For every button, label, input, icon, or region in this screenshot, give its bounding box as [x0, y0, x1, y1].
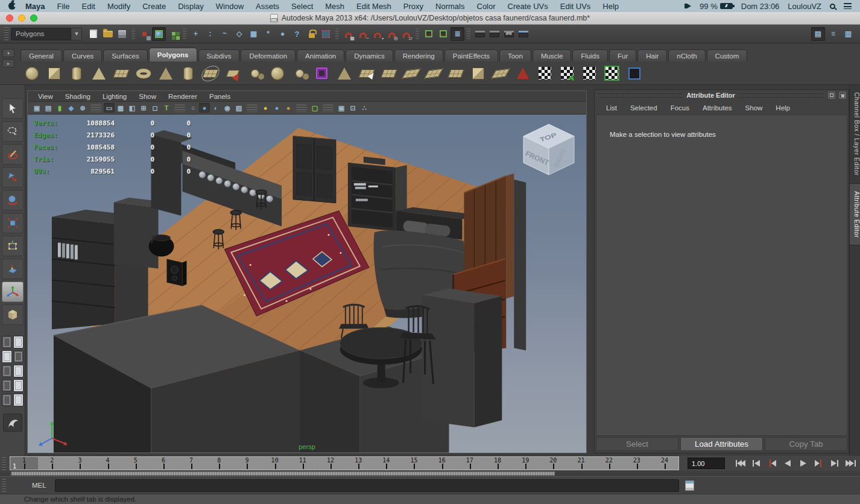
menubar-item[interactable]: Maya — [19, 2, 51, 11]
select-component-icon[interactable] — [166, 27, 180, 41]
shelf-tab[interactable]: Custom — [707, 49, 748, 61]
menubar-item[interactable]: Normals — [429, 2, 470, 11]
frame-cell[interactable]: 23 — [623, 457, 651, 470]
menubar-clock[interactable]: Dom 23:06 — [741, 2, 780, 11]
lock-selection-icon[interactable] — [305, 27, 318, 41]
wireframe-icon[interactable]: ○ — [188, 103, 198, 113]
uv-texture-icon[interactable] — [602, 63, 622, 83]
boolean-icon[interactable] — [289, 63, 309, 83]
frame-cell[interactable]: 22 — [595, 457, 623, 470]
menubar-item[interactable]: Mesh — [319, 2, 350, 11]
frame-cell[interactable]: 18 — [484, 457, 511, 470]
show-manipulator-tool-icon[interactable] — [2, 282, 24, 302]
snap-point-icon[interactable]: • — [370, 27, 384, 41]
menubar-item[interactable]: Edit Mesh — [350, 2, 397, 11]
polygon-cube-icon[interactable] — [44, 63, 64, 83]
select-tool-icon[interactable] — [2, 98, 24, 119]
shelf-tab[interactable]: Deformation — [241, 49, 296, 61]
universal-manipulator-tool-icon[interactable] — [2, 236, 24, 256]
interactive-split-icon[interactable] — [356, 63, 376, 83]
bevel-icon[interactable] — [468, 63, 488, 83]
layout-four-pane-icon[interactable] — [13, 336, 24, 348]
layout-persp-graph-icon[interactable] — [13, 394, 24, 406]
panel-drag-texture[interactable] — [739, 93, 824, 98]
frame-cell[interactable]: 19 — [511, 457, 539, 470]
zoom-region-icon[interactable]: ⊕ — [77, 103, 88, 113]
safe-action-icon[interactable]: ◻ — [150, 103, 160, 113]
shelf-tab[interactable]: PaintEffects — [444, 49, 498, 61]
go-to-end-button[interactable] — [843, 458, 858, 470]
snap-grid-icon[interactable]: ▦ — [341, 27, 355, 41]
notification-center-icon[interactable] — [844, 3, 852, 9]
viewport-menu[interactable]: Panels — [204, 93, 236, 100]
polygon-pipe-icon[interactable] — [178, 63, 198, 83]
menubar-item[interactable]: Create — [136, 2, 172, 11]
construction-history-icon[interactable]: ≣ — [451, 27, 464, 41]
menubar-item[interactable]: Display — [172, 2, 210, 11]
viewport-toolbar-icon[interactable] — [296, 104, 307, 112]
transfer-attributes-icon[interactable] — [535, 63, 555, 83]
layout-two-stacked-icon[interactable] — [13, 350, 24, 363]
shelf-menu-icon[interactable]: ▸ — [2, 59, 14, 68]
single-pane-icon[interactable]: ▣ — [336, 103, 347, 113]
go-to-start-button[interactable] — [733, 458, 748, 470]
frame-cell[interactable]: 5 — [122, 457, 150, 470]
status-icon[interactable] — [183, 28, 186, 39]
status-icon[interactable] — [335, 28, 339, 39]
shelf-tab[interactable]: General — [21, 49, 62, 61]
mel-input[interactable] — [55, 479, 679, 492]
shelf-tab-selector-icon[interactable]: ▾ — [2, 49, 14, 57]
crease-icon[interactable] — [490, 63, 510, 83]
xray-icon[interactable]: ▨ — [233, 103, 244, 113]
smooth-sphere-icon[interactable] — [267, 63, 287, 83]
menubar-item[interactable]: Edit — [75, 2, 101, 11]
drag-handle[interactable] — [2, 479, 6, 492]
frame-cell[interactable]: 1 — [10, 457, 38, 470]
merge-vertex-icon[interactable] — [446, 63, 466, 83]
input-connection-icon[interactable]: → — [422, 27, 435, 41]
menubar-item[interactable]: Modify — [101, 2, 136, 11]
image-plane-icon[interactable]: ◆ — [66, 103, 77, 113]
layout-persp-outliner-icon[interactable] — [13, 379, 24, 392]
mask-dynamics-icon[interactable]: * — [261, 27, 275, 41]
lighting-all-icon[interactable]: ● — [260, 103, 271, 113]
ipr-render-icon[interactable]: IPR — [502, 27, 516, 41]
scene-3d[interactable]: Verts: 1088854 0 0 Edges: 2173326 0 0 Fa… — [28, 115, 586, 453]
viewport-toolbar-icon[interactable] — [90, 104, 101, 112]
last-tool-used-icon[interactable] — [2, 304, 24, 325]
shelf-tab[interactable]: Hair — [637, 49, 667, 61]
frame-cell[interactable]: 2 — [38, 457, 66, 470]
menubar-item[interactable]: Proxy — [397, 2, 429, 11]
sculpt-geometry-icon[interactable] — [513, 63, 533, 83]
attribute-editor-menu[interactable]: Selected — [624, 104, 664, 112]
shelf-tab[interactable]: nCloth — [668, 49, 705, 61]
shelf-tab[interactable]: Subdivs — [198, 49, 240, 61]
viewport-toolbar-icon[interactable] — [174, 104, 185, 112]
status-icon[interactable] — [467, 28, 470, 39]
frame-cell[interactable]: 24 — [651, 457, 678, 470]
viewport-menu[interactable]: Shading — [60, 93, 96, 100]
spotlight-icon[interactable] — [830, 4, 835, 9]
move-tool-icon[interactable] — [2, 167, 24, 187]
save-scene-icon[interactable] — [115, 27, 129, 41]
viewport-menu[interactable]: Show — [133, 93, 162, 100]
polygon-cone-icon[interactable] — [89, 63, 109, 83]
menubar-item[interactable]: Window — [210, 2, 250, 11]
panel-layout-icon[interactable]: ⊡ — [347, 103, 358, 113]
attribute-editor-menu[interactable]: Attributes — [696, 104, 739, 112]
share-panel-icon[interactable]: ∴ — [359, 103, 370, 113]
highlight-selection-icon[interactable] — [319, 27, 333, 41]
shelf-tab[interactable]: Fluids — [572, 49, 608, 61]
frame-cell[interactable]: 4 — [94, 457, 122, 470]
dock-tab[interactable]: Attribute Editor — [850, 184, 860, 245]
layout-outliner-persp-icon[interactable] — [2, 365, 12, 377]
battery-icon[interactable] — [720, 3, 733, 9]
mel-label[interactable]: MEL — [32, 482, 46, 489]
viewport-toolbar-icon[interactable] — [323, 104, 334, 112]
select-hierarchy-icon[interactable] — [138, 27, 151, 41]
attribute-editor-button[interactable]: Copy Tab — [765, 437, 847, 451]
prism-icon[interactable] — [334, 63, 354, 83]
range-bar[interactable] — [11, 471, 555, 476]
film-gate-icon[interactable]: ▭ — [104, 103, 115, 113]
mask-handles-icon[interactable]: + — [189, 27, 203, 41]
